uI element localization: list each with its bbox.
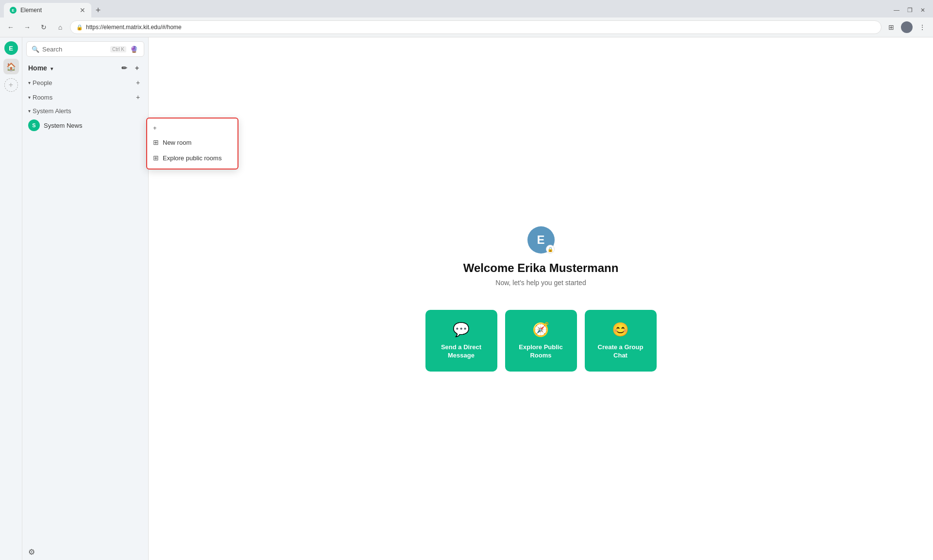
close-button[interactable]: ✕ bbox=[920, 7, 925, 14]
people-add-button[interactable]: + bbox=[134, 78, 142, 87]
direct-message-icon: 💬 bbox=[453, 322, 470, 338]
search-shortcut: Ctrl K bbox=[110, 46, 126, 52]
system-alerts-label: System Alerts bbox=[33, 107, 71, 115]
refresh-button[interactable]: ↻ bbox=[37, 20, 51, 34]
people-label: People bbox=[33, 79, 52, 86]
address-bar[interactable]: 🔒 https://element.matrix.kit.edu/#/home bbox=[70, 20, 882, 34]
dropdown-header: + bbox=[147, 121, 237, 135]
main-content: E 🔒 Welcome Erika Mustermann Now, let's … bbox=[149, 37, 933, 560]
tab-close-button[interactable]: ✕ bbox=[80, 6, 85, 14]
url-text: https://element.matrix.kit.edu/#/home bbox=[86, 24, 182, 31]
tab-bar: E Element ✕ + — ❐ ✕ bbox=[0, 0, 933, 17]
direct-message-label: Send a Direct Message bbox=[433, 343, 490, 360]
search-bar[interactable]: 🔍 Search Ctrl K 🔮 bbox=[26, 41, 144, 57]
window-controls: — ❐ ✕ bbox=[894, 7, 929, 14]
create-group-chat-card[interactable]: 😊 Create a Group Chat bbox=[585, 310, 657, 372]
lock-icon: 🔒 bbox=[76, 24, 83, 31]
home-header: Home ▾ ✏ + bbox=[22, 61, 148, 75]
forward-button[interactable]: → bbox=[20, 20, 34, 34]
home-label: Home ▾ bbox=[28, 64, 53, 72]
send-direct-message-card[interactable]: 💬 Send a Direct Message bbox=[425, 310, 497, 372]
action-cards: 💬 Send a Direct Message 🧭 Explore Public… bbox=[425, 310, 657, 372]
avatar-badge: 🔒 bbox=[546, 245, 555, 254]
home-icon: 🏠 bbox=[6, 62, 16, 71]
active-tab[interactable]: E Element ✕ bbox=[4, 3, 91, 17]
home-sidebar-icon[interactable]: 🏠 bbox=[3, 59, 19, 74]
new-room-label: New room bbox=[163, 139, 191, 146]
settings-icon[interactable]: ⚙ bbox=[28, 547, 35, 557]
dropdown-plus-icon: + bbox=[153, 124, 157, 132]
back-button[interactable]: ← bbox=[4, 20, 17, 34]
add-space-button[interactable]: + bbox=[4, 78, 18, 92]
app-container: E 🏠 + 🔍 Search Ctrl K 🔮 Home ▾ ✏ + bbox=[0, 37, 933, 560]
rooms-dropdown-popup: + ⊞ New room ⊞ Explore public rooms bbox=[146, 118, 238, 170]
add-room-button[interactable]: + bbox=[132, 63, 142, 73]
people-chevron-icon: ▾ bbox=[28, 80, 31, 85]
system-alerts-left: ▾ System Alerts bbox=[28, 107, 71, 115]
people-section-header[interactable]: ▾ People + bbox=[22, 75, 148, 90]
sidebar-panel: 🔍 Search Ctrl K 🔮 Home ▾ ✏ + ▾ People + bbox=[22, 37, 149, 560]
system-news-item[interactable]: S System News bbox=[22, 118, 148, 133]
search-placeholder: Search bbox=[42, 46, 62, 53]
new-tab-button[interactable]: + bbox=[91, 3, 105, 17]
user-avatar-icon[interactable]: E bbox=[4, 41, 18, 55]
system-alerts-section-header[interactable]: ▾ System Alerts bbox=[22, 104, 148, 118]
browser-toolbar: ← → ↻ ⌂ 🔒 https://element.matrix.kit.edu… bbox=[0, 17, 933, 37]
create-group-label: Create a Group Chat bbox=[593, 343, 649, 360]
extensions-icon[interactable]: ⊞ bbox=[884, 20, 898, 34]
system-alerts-chevron-icon: ▾ bbox=[28, 108, 31, 114]
welcome-subtitle: Now, let's help you get started bbox=[495, 279, 586, 287]
home-nav-button[interactable]: ⌂ bbox=[53, 20, 67, 34]
welcome-avatar-letter: E bbox=[537, 233, 544, 247]
browser-chrome: E Element ✕ + — ❐ ✕ ← → ↻ ⌂ 🔒 https://el… bbox=[0, 0, 933, 37]
restore-button[interactable]: ❐ bbox=[907, 7, 913, 14]
rooms-section-header[interactable]: ▾ Rooms + bbox=[22, 90, 148, 104]
system-news-avatar: S bbox=[28, 119, 40, 131]
rooms-label: Rooms bbox=[33, 94, 52, 101]
rooms-chevron-icon: ▾ bbox=[28, 95, 31, 100]
tab-favicon: E bbox=[10, 7, 17, 14]
discovery-icon[interactable]: 🔮 bbox=[129, 44, 139, 54]
explore-public-rooms-item[interactable]: ⊞ Explore public rooms bbox=[147, 150, 237, 166]
people-section-left: ▾ People bbox=[28, 79, 52, 86]
toolbar-icons: ⊞ ⋮ bbox=[884, 20, 929, 34]
search-icon: 🔍 bbox=[32, 46, 39, 53]
explore-rooms-card-label: Explore Public Rooms bbox=[513, 343, 569, 360]
welcome-avatar: E 🔒 bbox=[527, 226, 555, 254]
rooms-section-left: ▾ Rooms bbox=[28, 94, 52, 101]
settings-row: ⚙ bbox=[22, 543, 148, 560]
tab-label: Element bbox=[20, 7, 42, 14]
profile-icon[interactable] bbox=[900, 20, 914, 34]
sidebar-icons: E 🏠 + bbox=[0, 37, 22, 560]
compose-button[interactable]: ✏ bbox=[119, 63, 130, 73]
explore-rooms-icon: ⊞ bbox=[153, 154, 159, 162]
minimize-button[interactable]: — bbox=[894, 7, 899, 14]
home-header-actions: ✏ + bbox=[119, 63, 142, 73]
new-room-icon: ⊞ bbox=[153, 138, 159, 146]
explore-rooms-label: Explore public rooms bbox=[163, 154, 221, 162]
explore-public-rooms-card[interactable]: 🧭 Explore Public Rooms bbox=[505, 310, 577, 372]
new-room-item[interactable]: ⊞ New room bbox=[147, 135, 237, 150]
explore-rooms-card-icon: 🧭 bbox=[532, 322, 549, 338]
settings-menu-icon[interactable]: ⋮ bbox=[916, 20, 929, 34]
system-news-label: System News bbox=[44, 122, 82, 129]
rooms-add-button[interactable]: + bbox=[134, 93, 142, 102]
create-group-icon: 😊 bbox=[612, 322, 629, 338]
welcome-title: Welcome Erika Mustermann bbox=[463, 261, 619, 275]
